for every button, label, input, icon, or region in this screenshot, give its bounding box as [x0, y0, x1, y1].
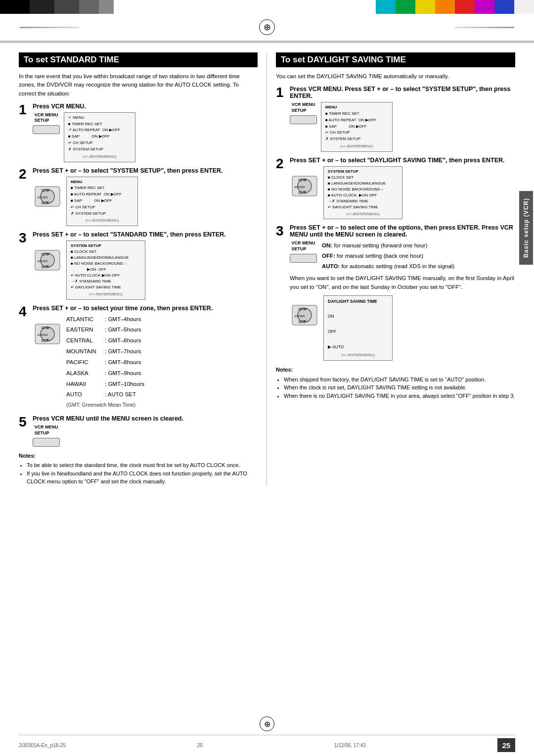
color-swatch-orange — [435, 0, 455, 14]
right-column: To set DAYLIGHT SAVING TIME You can set … — [267, 52, 515, 486]
auto-label: AUTO: — [322, 263, 340, 269]
step-4-instruction: Press SET + or – to select your time zon… — [33, 305, 258, 312]
step-2-instruction: Press SET + or – to select "SYSTEM SETUP… — [33, 167, 258, 174]
header-line-right — [455, 27, 514, 28]
bottom-crosshair: ⊕ — [260, 716, 274, 731]
step-1: 1 Press VCR MENU. VCR MENUSETUP ✓ MENU ■… — [19, 103, 258, 162]
right-step-1-vcr-btn — [290, 115, 317, 124]
step-1-vcr-button-area: VCR MENUSETUP — [33, 112, 60, 134]
step-2-menu-screen: MENU ■ TIMER REC SET ■ AUTO REPEAT ON ▶O… — [66, 177, 138, 227]
color-swatch-red — [455, 0, 475, 14]
right-step-3: 3 Press SET + or – to select one of the … — [276, 224, 515, 361]
right-step-3-vcr-area: VCR MENUSETUP — [290, 240, 317, 262]
step-1-number: 1 — [19, 103, 30, 117]
step-2-number: 2 — [19, 167, 30, 181]
right-note-3: When there is no DAYLIGHT SAVING TIME in… — [284, 392, 515, 400]
svg-text:ENTER: ENTER — [295, 186, 305, 189]
svg-text:ENTER: ENTER — [38, 260, 48, 263]
footer-left: 2i30301A-En_p18-25 — [19, 743, 66, 748]
right-step-3-on-area: VCR MENUSETUP ON: for manual setting (fo… — [290, 240, 515, 271]
step-1-menu-screen: ✓ MENU ■ TIMER REC SET ↗ AUTO REPEAT ON … — [64, 112, 135, 162]
right-step-3-vcr-btn — [290, 254, 317, 263]
right-step-2: 2 Press SET + or – to select "DAYLIGHT S… — [276, 157, 515, 219]
step-5-vcr-label: VCR MENUSETUP — [34, 425, 58, 436]
step-2-dial-svg: SET+ ENTER SET– — [33, 177, 62, 209]
right-step-1-number: 1 — [276, 86, 287, 99]
right-step-1-instruction: Press VCR MENU. Press SET + or – to sele… — [290, 86, 515, 99]
step-3-device: SET+ ENTER SET– SYSTEM SETUP ■ CLOCK SET… — [33, 240, 258, 299]
right-notes-title: Notes: — [276, 366, 515, 374]
svg-text:ENTER: ENTER — [38, 196, 48, 199]
step-4: 4 Press SET + or – to select your time z… — [19, 305, 258, 411]
step-3-menu-screen: SYSTEM SETUP ■ CLOCK SET ■ LANGUAGE/IDIO… — [66, 240, 145, 299]
color-swatch-black3 — [54, 0, 79, 14]
svg-text:ENTER: ENTER — [295, 315, 305, 318]
step-2: 2 Press SET + or – to select "SYSTEM SET… — [19, 167, 258, 227]
right-intro-text: You can set the DAYLIGHT SAVING TIME aut… — [276, 72, 515, 81]
color-swatch-black2 — [30, 0, 54, 14]
right-step-1: 1 Press VCR MENU. Press SET + or – to se… — [276, 86, 515, 152]
color-bar — [0, 0, 534, 14]
left-section-title: To set STANDARD TIME — [19, 52, 258, 67]
left-intro-text: In the rare event that you live within b… — [19, 72, 258, 98]
step-1-vcr-label: VCR MENUSETUP — [34, 112, 58, 124]
step-3-dial-svg: SET+ ENTER SET– — [33, 240, 62, 273]
left-note-1: To be able to select the standard time, … — [27, 461, 258, 470]
page-number-box: 25 — [497, 738, 515, 752]
color-swatch-black5 — [99, 0, 114, 14]
right-step-1-body: Press VCR MENU. Press SET + or – to sele… — [290, 86, 515, 152]
step-2-device: SET+ ENTER SET– MENU ■ TIMER REC SET ■ A… — [33, 177, 258, 227]
right-step-2-device: SET+ ENTER SET– SYSTEM SETUP ■ CLOCK SET… — [290, 166, 515, 219]
on-label: ON: — [322, 242, 332, 248]
step-4-dial-svg: SET+ ENTER SET– — [33, 314, 62, 346]
off-desc: for manual setting (back one hour) — [337, 253, 423, 259]
color-swatch-cyan — [376, 0, 396, 14]
step-5-device: VCR MENUSETUP — [33, 425, 258, 446]
right-step-2-number: 2 — [276, 157, 287, 171]
right-step-3-number: 3 — [276, 224, 287, 238]
right-note-1: When shipped from factory, the DAYLIGHT … — [284, 376, 515, 384]
right-step-2-instruction: Press SET + or – to select "DAYLIGHT SAV… — [290, 157, 515, 164]
color-swatch-black1 — [0, 0, 30, 14]
right-step-3-vcr-label: VCR MENUSETUP — [291, 240, 315, 252]
off-label: OFF: — [322, 253, 335, 259]
footer-right: 1/12/06, 17:43 — [334, 743, 366, 748]
color-swatch-white — [514, 0, 534, 14]
right-step-1-device: VCR MENUSETUP MENU ■ TIMER REC SET ■ AUT… — [290, 102, 515, 152]
step-1-body: Press VCR MENU. VCR MENUSETUP ✓ MENU ■ T… — [33, 103, 258, 162]
right-step-1-vcr-label: VCR MENUSETUP — [291, 102, 315, 113]
step-1-instruction: Press VCR MENU. — [33, 103, 258, 110]
step-5-body: Press VCR MENU until the MENU screen is … — [33, 415, 258, 446]
left-notes-title: Notes: — [19, 452, 258, 460]
right-step-3-dst-device: SET+ ENTER SET– DAYLIGHT SAVING TIME ON … — [290, 295, 515, 361]
step-5-number: 5 — [19, 415, 30, 429]
page-header: ⊕ — [0, 14, 534, 41]
step-5-vcr-button-area: VCR MENUSETUP — [33, 425, 60, 446]
right-step-2-menu-screen: SYSTEM SETUP ■ CLOCK SET ■ LANGUAGE/IDIO… — [323, 166, 402, 219]
step-3-body: Press SET + or – to select "STANDARD TIM… — [33, 231, 258, 299]
step-4-device: SET+ ENTER SET– ATLANTIC: GMT–4hours EAS… — [33, 314, 258, 411]
left-column: To set STANDARD TIME In the rare event t… — [19, 52, 267, 486]
step-5-instruction: Press VCR MENU until the MENU screen is … — [33, 415, 258, 422]
step-4-number: 4 — [19, 305, 30, 319]
main-content: To set STANDARD TIME In the rare event t… — [0, 44, 534, 486]
step-5-vcr-btn — [33, 438, 60, 447]
step-4-body: Press SET + or – to select your time zon… — [33, 305, 258, 411]
right-step-1-menu-screen: MENU ■ TIMER REC SET ■ AUTO REPEAT ON ▶O… — [321, 102, 393, 152]
step-3: 3 Press SET + or – to select "STANDARD T… — [19, 231, 258, 299]
color-swatch-blue — [494, 0, 514, 14]
step-2-body: Press SET + or – to select "SYSTEM SETUP… — [33, 167, 258, 227]
page-footer: 2i30301A-En_p18-25 25 1/12/06, 17:43 25 — [19, 735, 515, 752]
step-3-instruction: Press SET + or – to select "STANDARD TIM… — [33, 231, 258, 238]
right-section-title: To set DAYLIGHT SAVING TIME — [276, 52, 515, 67]
left-notes: Notes: To be able to select the standard… — [19, 452, 258, 486]
step-1-device: VCR MENUSETUP ✓ MENU ■ TIMER REC SET ↗ A… — [33, 112, 258, 162]
step-4-timezone-list: ATLANTIC: GMT–4hours EASTERN: GMT–5hours… — [66, 314, 144, 411]
right-step-3-dst-menu: DAYLIGHT SAVING TIME ON OFF ▶ AUTO (+/–/… — [323, 295, 393, 361]
color-swatch-green — [396, 0, 415, 14]
right-step-2-dial-svg: SET+ ENTER SET– — [290, 166, 319, 198]
right-step-3-options: ON: for manual setting (forward one hour… — [322, 240, 454, 271]
auto-desc: for automatic setting (read XDS in the s… — [341, 263, 454, 269]
right-notes: Notes: When shipped from factory, the DA… — [276, 366, 515, 400]
right-step-3-instruction: Press SET + or – to select one of the op… — [290, 224, 515, 238]
